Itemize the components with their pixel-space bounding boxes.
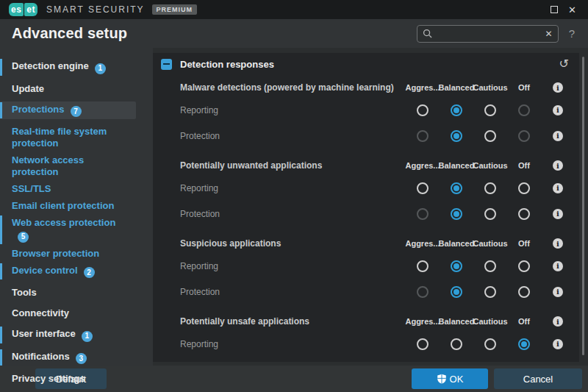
column-header-cautious: Cautious — [473, 83, 507, 92]
section-title: Malware detections (powered by machine l… — [180, 82, 406, 93]
radio-dot — [521, 263, 527, 269]
radio-suspicious-applications-protection-aggres[interactable] — [417, 286, 429, 298]
radio-potentially-unwanted-applications-reporting-cautious[interactable] — [484, 182, 496, 194]
sidebar-item-ssl-tls[interactable]: SSL/TLS — [0, 181, 136, 197]
radio-dot — [487, 341, 493, 347]
info-icon[interactable]: i — [553, 339, 563, 349]
active-indicator-bar — [0, 59, 2, 76]
sidebar-item-protections[interactable]: Protections7 — [0, 101, 136, 120]
radio-potentially-unwanted-applications-reporting-balanced[interactable] — [451, 182, 462, 194]
column-header-aggres: Aggres... — [405, 317, 440, 326]
info-icon[interactable]: i — [553, 160, 563, 171]
radio-malware-detections-powered-by-machine-learning-protection-aggres[interactable] — [417, 130, 429, 142]
sidebar-item-notifications[interactable]: Notifications3 — [0, 349, 136, 367]
ok-button[interactable]: OK — [412, 368, 488, 389]
sidebar-item-real-time-file-system-protection[interactable]: Real-time file system protection — [0, 124, 136, 152]
column-header-balanced: Balanced — [439, 161, 475, 170]
radio-potentially-unwanted-applications-protection-cautious[interactable] — [484, 208, 496, 220]
sidebar: Detection engine1UpdateProtections7Real-… — [0, 48, 153, 366]
radio-potentially-unsafe-applications-reporting-cautious[interactable] — [484, 338, 496, 350]
search-clear-icon[interactable]: ✕ — [545, 29, 553, 39]
sidebar-item-label: Update — [12, 83, 44, 94]
sidebar-item-web-access-protection[interactable]: Web access protection5 — [0, 215, 136, 245]
row-label: Reporting — [180, 339, 406, 349]
active-indicator-bar — [0, 263, 2, 280]
info-icon[interactable]: i — [553, 82, 563, 93]
radio-malware-detections-powered-by-machine-learning-reporting-cautious[interactable] — [484, 104, 496, 116]
info-icon[interactable]: i — [553, 316, 563, 327]
sidebar-item-privacy-settings[interactable]: Privacy settings — [0, 371, 136, 387]
radio-dot — [453, 133, 459, 139]
sidebar-item-label: Detection engine — [12, 60, 89, 71]
radio-suspicious-applications-protection-off[interactable] — [518, 286, 530, 298]
count-badge: 1 — [82, 331, 93, 342]
info-icon[interactable]: i — [553, 131, 563, 141]
column-header-balanced: Balanced — [439, 83, 475, 92]
radio-dot — [420, 133, 426, 139]
radio-dot — [453, 107, 459, 113]
info-icon[interactable]: i — [553, 183, 563, 193]
info-icon[interactable]: i — [553, 105, 563, 115]
radio-malware-detections-powered-by-machine-learning-reporting-off[interactable] — [518, 104, 530, 116]
radio-dot — [487, 211, 493, 217]
search-box[interactable]: ✕ — [417, 25, 559, 43]
sidebar-item-update[interactable]: Update — [0, 81, 136, 97]
collapse-icon[interactable] — [161, 59, 172, 70]
content-area: Detection engine1UpdateProtections7Real-… — [0, 48, 588, 366]
sidebar-item-label: Email client protection — [12, 200, 114, 211]
column-header-off: Off — [518, 317, 530, 326]
radio-suspicious-applications-protection-balanced[interactable] — [451, 286, 462, 298]
sidebar-item-tools[interactable]: Tools — [0, 285, 136, 301]
help-icon[interactable]: ? — [569, 27, 575, 40]
radio-potentially-unsafe-applications-reporting-aggres[interactable] — [417, 338, 429, 350]
radio-potentially-unsafe-applications-reporting-off[interactable] — [518, 338, 530, 350]
radio-suspicious-applications-reporting-cautious[interactable] — [484, 260, 496, 272]
panel-header: Detection responses ↺ — [153, 53, 579, 75]
radio-potentially-unwanted-applications-reporting-aggres[interactable] — [417, 182, 429, 194]
section-malware-detections-powered-by-machine-learning: Malware detections (powered by machine l… — [153, 78, 579, 149]
radio-malware-detections-powered-by-machine-learning-protection-cautious[interactable] — [484, 130, 496, 142]
info-icon[interactable]: i — [553, 261, 563, 271]
eset-logo-es: es — [9, 3, 24, 16]
radio-malware-detections-powered-by-machine-learning-reporting-aggres[interactable] — [417, 104, 429, 116]
sidebar-item-email-client-protection[interactable]: Email client protection — [0, 198, 136, 214]
radio-potentially-unwanted-applications-protection-off[interactable] — [518, 208, 530, 220]
info-icon[interactable]: i — [553, 209, 563, 219]
sidebar-item-connectivity[interactable]: Connectivity — [0, 305, 136, 321]
radio-suspicious-applications-reporting-off[interactable] — [518, 260, 530, 272]
radio-potentially-unwanted-applications-reporting-off[interactable] — [518, 182, 530, 194]
radio-suspicious-applications-reporting-aggres[interactable] — [417, 260, 429, 272]
sidebar-item-detection-engine[interactable]: Detection engine1 — [0, 58, 136, 76]
radio-dot — [487, 185, 493, 191]
radio-potentially-unwanted-applications-protection-balanced[interactable] — [451, 208, 462, 220]
product-name: SMART SECURITY — [46, 4, 145, 15]
radio-suspicious-applications-reporting-balanced[interactable] — [451, 260, 462, 272]
maximize-icon[interactable] — [551, 6, 558, 13]
revert-to-default-icon[interactable]: ↺ — [559, 58, 569, 70]
column-header-aggres: Aggres... — [405, 161, 440, 170]
sidebar-item-browser-protection[interactable]: Browser protection — [0, 246, 136, 262]
search-input[interactable] — [437, 29, 545, 39]
radio-malware-detections-powered-by-machine-learning-reporting-balanced[interactable] — [451, 104, 462, 116]
sidebar-item-network-access-protection[interactable]: Network access protection — [0, 152, 136, 180]
info-icon[interactable]: i — [553, 287, 563, 297]
radio-dot — [420, 211, 426, 217]
radio-potentially-unsafe-applications-reporting-balanced[interactable] — [451, 338, 462, 350]
setting-row-malware-detections-powered-by-machine-learning-protection: Protectioni — [153, 123, 579, 149]
setting-row-potentially-unsafe-applications-reporting: Reportingi — [153, 331, 579, 357]
info-icon[interactable]: i — [553, 238, 563, 249]
sidebar-item-device-control[interactable]: Device control2 — [0, 263, 136, 281]
radio-potentially-unwanted-applications-protection-aggres[interactable] — [417, 208, 429, 220]
sidebar-item-user-interface[interactable]: User interface1 — [0, 326, 136, 344]
close-icon[interactable]: ✕ — [568, 5, 576, 15]
section-suspicious-applications: Suspicious applicationsAggres...Balanced… — [153, 234, 579, 304]
radio-malware-detections-powered-by-machine-learning-protection-balanced[interactable] — [451, 130, 462, 142]
section-potentially-unsafe-applications: Potentially unsafe applicationsAggres...… — [153, 312, 579, 357]
cancel-button[interactable]: Cancel — [494, 368, 582, 389]
active-indicator-bar — [0, 327, 2, 343]
scrollbar[interactable] — [582, 57, 584, 355]
radio-dot — [521, 133, 527, 139]
radio-malware-detections-powered-by-machine-learning-protection-off[interactable] — [518, 130, 530, 142]
page-title: Advanced setup — [12, 25, 127, 42]
radio-suspicious-applications-protection-cautious[interactable] — [484, 286, 496, 298]
